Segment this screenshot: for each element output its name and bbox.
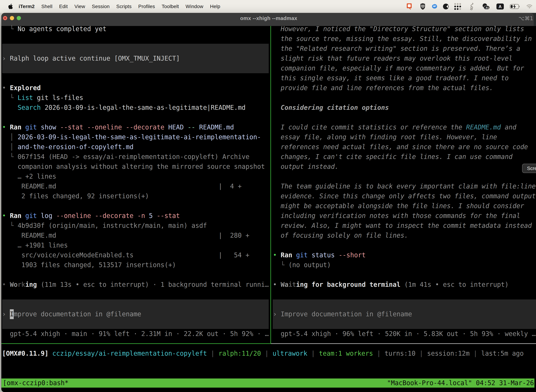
menu-item-shell[interactable]: Shell [38,0,56,13]
menu-item-iterm2[interactable]: iTerm2 [15,0,38,13]
text-segment: turns:10 [385,349,416,359]
wifi-icon[interactable] [526,4,532,9]
text-segment: 2026-03-09-is-legal-the-same-as-legitima… [18,132,261,142]
text-segment: (no output) [288,260,331,270]
text-segment: --oneline [87,122,122,132]
text-segment: gpt-5.4 xhigh · 96% left · 520K in · 5.8… [281,329,536,339]
text-segment: │ [10,142,14,152]
text-segment: -- [188,122,195,132]
text-segment: rk [18,280,25,289]
screen-share-button[interactable]: Scre [522,164,536,173]
text-segment: | [377,349,381,359]
dots-grid-icon[interactable] [454,3,461,10]
text-segment: (1m 41s • esc to interrupt) [404,280,509,289]
text-segment: -n [137,211,145,221]
text-segment: | [311,349,315,359]
text-segment: ing for background terminal [296,280,400,289]
text-segment: session:12m [427,349,470,359]
text-segment: Wo [10,280,18,289]
menu-item-toolbelt[interactable]: Toolbelt [158,0,182,13]
text-segment: git ls-files [37,93,83,103]
text-segment: README.md [466,122,501,132]
text-segment: Improve documentation in @filename [281,309,412,319]
text-segment: … +1901 lines [18,240,68,250]
text-segment: └ [10,24,14,34]
text-segment: | 4 + [218,182,242,191]
tmux-status-bar: [omx-cczip0:bash*"MacBook-Pro-44.local" … [1,378,534,387]
text-segment: └ [10,221,14,231]
menu-bar: iTerm2 ShellEditViewSessionScriptsProfil… [0,0,536,13]
text-segment: --stat [157,211,180,221]
blue-badge-icon[interactable] [432,4,437,9]
text-segment: (11m 13s • esc to interrupt) · 1 backgro… [41,280,269,289]
text-segment: | [211,349,215,359]
tmux-host-clock: "MacBook-Pro-44.local" 04:52 31-Mar-26 [387,378,534,387]
text-segment: │ [10,132,14,142]
menu-item-help[interactable]: Help [207,0,224,13]
text-segment: essay file, along with finding root file… [281,132,497,142]
text-segment: changes, I can't cite specific file line… [281,152,513,162]
text-segment: • [2,280,6,289]
text-segment: --decorate [95,211,134,221]
text-segment: review. Also, I might want to inspect th… [281,221,532,231]
screen-share-label: Scre [527,166,536,171]
text-segment: | 280 + [218,231,249,240]
text-segment: Ralph loop active continue [OMX_TMUX_INJ… [10,54,180,63]
menu-item-window[interactable]: Window [182,0,207,13]
count-badge-icon[interactable]: ..61 [482,3,490,10]
text-segment: The team guideline is to back every impo… [281,182,536,191]
text-segment: └ [281,260,285,270]
text-segment: | [265,349,269,359]
text-segment: might be acceptable alongside the file l… [281,201,524,211]
text-segment: 067f154 (HEAD -> essay/ai-reimplementati… [18,152,249,162]
apple-menu-icon[interactable] [8,4,13,9]
text-segment: • [273,250,277,260]
text-segment: --oneline [56,211,91,221]
text-segment: Ran [281,250,292,260]
text-segment: this single essay, it seems like a good … [281,73,509,83]
tmux-session-name: [omx-cczip0:bash* [3,378,69,387]
text-segment: git [296,250,308,260]
text-segment: --decorate [126,122,164,132]
text-segment: └ [10,93,14,103]
text-segment: Wa [281,280,288,289]
pane-separator-vertical[interactable] [270,26,271,344]
text-segment: and-the-erosion-of-copyleft.md [18,142,134,152]
battery-charging-icon[interactable] [510,4,520,9]
text-segment: the source tree, missing the essay. Stil… [281,34,532,44]
text-segment: 4b9d30f (origin/main, instructkr/main, m… [18,221,207,231]
menu-item-view[interactable]: View [71,0,88,13]
recording-indicator-icon[interactable] [407,3,412,10]
text-segment: ralph:11/20 [218,349,261,359]
text-segment: 2 files changed, 92 insertions(+) [21,191,149,201]
text-segment: List [18,93,33,103]
text-segment: including verification notes with those … [281,211,520,221]
text-segment: output instead. [281,162,339,172]
text-segment: and [505,122,516,132]
text-segment: Search [18,103,41,112]
pane-separator-horizontal-left[interactable] [1,343,271,344]
menu-item-session[interactable]: Session [88,0,113,13]
window-shortcut-badge: ⌥⌘1 [518,13,533,23]
text-segment: team:1 workers [319,349,373,359]
dark-disc-icon[interactable] [443,4,449,9]
menu-item-profiles[interactable]: Profiles [135,0,158,13]
text-segment: slight risk that future readers may over… [281,54,513,63]
menu-bar-status-icons: ..61 A [402,0,536,13]
text-segment: ing [25,280,37,289]
text-segment: status [312,250,335,260]
menu-item-scripts[interactable]: Scripts [113,0,135,13]
text-segment: references need actual files, and since … [281,142,528,152]
keycap-a-icon[interactable]: A [496,3,504,10]
pane-separator-horizontal-right[interactable] [271,343,536,344]
text-segment: cczip/essay/ai-reimplementation-copyleft [53,349,207,359]
shield-grid-icon[interactable] [420,3,425,10]
menu-item-edit[interactable]: Edit [56,0,71,13]
text-segment: › [2,309,6,319]
seahorse-icon[interactable] [469,3,474,10]
text-segment: › [2,54,6,63]
text-segment: it [288,280,296,289]
svg-text:..61: ..61 [484,6,489,9]
text-segment: --stat [60,122,83,132]
text-segment: Ran [10,122,21,132]
